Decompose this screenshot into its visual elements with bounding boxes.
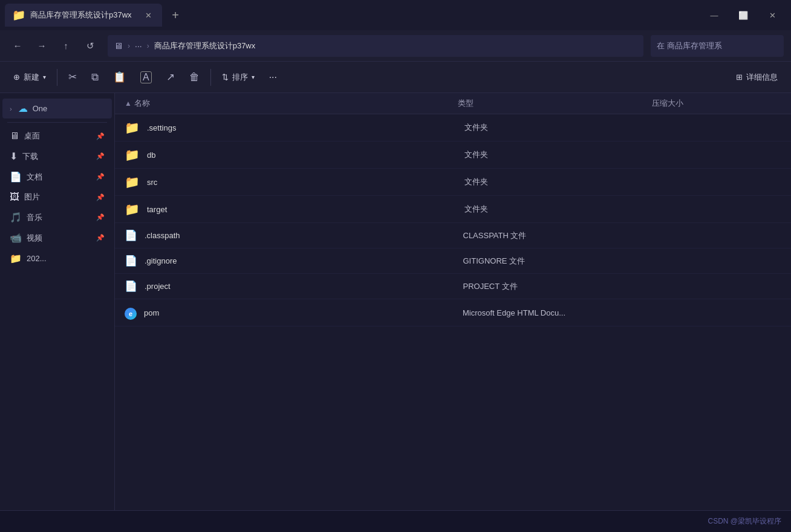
table-row[interactable]: 📄 .project PROJECT 文件 [115,274,791,299]
delete-icon: 🗑 [189,71,200,83]
file-name: .gitignore [145,256,463,265]
forward-button[interactable]: → [31,36,52,56]
new-tab-button[interactable]: + [164,4,186,26]
delete-button[interactable]: 🗑 [183,68,206,87]
sidebar-item-downloads[interactable]: ⬇ 下载 📌 [2,146,112,166]
file-name: target [147,205,464,214]
document-icon: 📄 [125,255,137,267]
address-chevron2: › [147,42,149,50]
sort-arrows-icon: ⇅ [222,73,229,82]
table-row[interactable]: 📁 src 文件夹 [115,169,791,196]
file-type: 文件夹 [464,177,655,187]
tab-close-button[interactable]: ✕ [142,10,155,21]
rename-button[interactable]: A [134,68,158,87]
active-tab[interactable]: 📁 商品库存管理系统设计p37wx ✕ [5,4,162,27]
more-dots-icon: ··· [269,72,277,83]
share-button[interactable]: ↗ [160,67,181,87]
table-row[interactable]: 📁 db 文件夹 [115,141,791,169]
file-type: 文件夹 [464,149,655,160]
minimize-button[interactable]: — [700,5,728,25]
file-name: .project [145,282,463,291]
file-type: Microsoft Edge HTML Docu... [463,308,654,317]
file-name: .settings [147,123,464,132]
sidebar-item-music[interactable]: 🎵 音乐 📌 [2,207,112,227]
table-row[interactable]: 📄 .classpath CLASSPATH 文件 [115,223,791,248]
search-bar[interactable]: 在 商品库存管理系 [651,35,784,57]
sidebar-folder-202-label: 202... [27,254,47,263]
file-type: PROJECT 文件 [463,281,654,292]
toolbar: ⊕ 新建 ▾ ✂ ⧉ 📋 A ↗ 🗑 ⇅ 排序 ▾ ··· ⊞ 详细信息 [0,62,791,93]
cut-button[interactable]: ✂ [62,67,83,87]
close-button[interactable]: ✕ [758,5,786,25]
file-type: GITIGNORE 文件 [463,256,654,267]
sidebar-videos-label: 视频 [27,233,42,244]
downloads-icon: ⬇ [10,151,18,162]
videos-pin-icon: 📌 [96,234,105,242]
table-row[interactable]: 📁 target 文件夹 [115,196,791,223]
videos-icon: 📹 [10,232,22,244]
file-name: pom [144,308,463,317]
address-path: 商品库存管理系统设计p37wx [154,41,637,51]
desktop-pin-icon: 📌 [96,132,105,140]
copy-button[interactable]: ⧉ [85,68,105,87]
status-bar: CSDN @梁凯毕设程序 [0,510,791,532]
maximize-button[interactable]: ⬜ [729,5,757,25]
sidebar: › ☁ One 🖥 桌面 📌 ⬇ 下载 📌 📄 文档 📌 🖼 图片 📌 🎵 音乐 [0,93,115,510]
paste-button[interactable]: 📋 [107,67,132,87]
sidebar-downloads-label: 下载 [22,151,38,162]
details-label: 详细信息 [746,72,778,83]
paste-icon: 📋 [113,71,126,83]
file-type: 文件夹 [464,122,655,133]
file-type: CLASSPATH 文件 [463,230,654,241]
title-bar: 📁 商品库存管理系统设计p37wx ✕ + — ⬜ ✕ [0,0,791,30]
sidebar-item-onedrive[interactable]: › ☁ One [2,99,112,118]
onedrive-label: One [33,104,48,113]
sort-chevron-icon: ▾ [252,74,255,80]
copy-icon: ⧉ [91,71,99,83]
file-name: db [147,151,464,160]
back-button[interactable]: ← [7,36,28,56]
details-button[interactable]: ⊞ 详细信息 [730,68,784,86]
navigation-bar: ← → ↑ ↺ 🖥 › ··· › 商品库存管理系统设计p37wx 在 商品库存… [0,30,791,62]
downloads-pin-icon: 📌 [96,152,105,160]
toolbar-separator-1 [57,69,57,86]
file-name: .classpath [145,231,463,240]
file-type: 文件夹 [464,204,655,215]
table-row[interactable]: e pom Microsoft Edge HTML Docu... [115,299,791,326]
address-bar[interactable]: 🖥 › ··· › 商品库存管理系统设计p37wx [108,35,643,57]
toolbar-separator-2 [210,69,211,86]
sort-button[interactable]: ⇅ 排序 ▾ [216,68,261,86]
sidebar-item-documents[interactable]: 📄 文档 📌 [2,167,112,187]
sidebar-item-pictures[interactable]: 🖼 图片 📌 [2,187,112,207]
table-row[interactable]: 📁 .settings 文件夹 [115,114,791,141]
refresh-button[interactable]: ↺ [80,36,100,56]
sidebar-pictures-label: 图片 [24,192,40,203]
onedrive-chevron-icon: › [10,105,12,112]
share-icon: ↗ [166,71,175,83]
column-name-header[interactable]: 名称 [134,98,458,109]
column-type-header[interactable]: 类型 [458,98,652,109]
main-area: › ☁ One 🖥 桌面 📌 ⬇ 下载 📌 📄 文档 📌 🖼 图片 📌 🎵 音乐 [0,93,791,510]
column-size-header[interactable]: 压缩大小 [652,98,781,109]
folder-icon: 📁 [125,148,140,162]
rename-icon: A [140,71,152,83]
edge-icon: e [125,305,137,320]
sidebar-item-desktop[interactable]: 🖥 桌面 📌 [2,126,112,146]
sidebar-item-folder-202[interactable]: 📁 202... [2,248,112,268]
up-button[interactable]: ↑ [56,36,76,56]
scissors-icon: ✂ [68,71,77,83]
more-options-button[interactable]: ··· [263,68,283,86]
desktop-icon: 🖥 [10,131,19,141]
onedrive-cloud-icon: ☁ [18,103,28,114]
watermark: CSDN @梁凯毕设程序 [708,516,781,527]
address-chevron: › [128,42,130,50]
new-chevron-icon: ▾ [43,74,46,80]
sidebar-item-videos[interactable]: 📹 视频 📌 [2,228,112,248]
file-area: ▲ 名称 类型 压缩大小 📁 .settings 文件夹 📁 db 文件夹 📁 … [115,93,791,510]
file-name: src [147,178,464,187]
window-controls: — ⬜ ✕ [700,5,786,25]
table-row[interactable]: 📄 .gitignore GITIGNORE 文件 [115,248,791,274]
new-button[interactable]: ⊕ 新建 ▾ [7,68,52,86]
details-layout-icon: ⊞ [736,73,743,82]
pictures-pin-icon: 📌 [96,193,105,201]
